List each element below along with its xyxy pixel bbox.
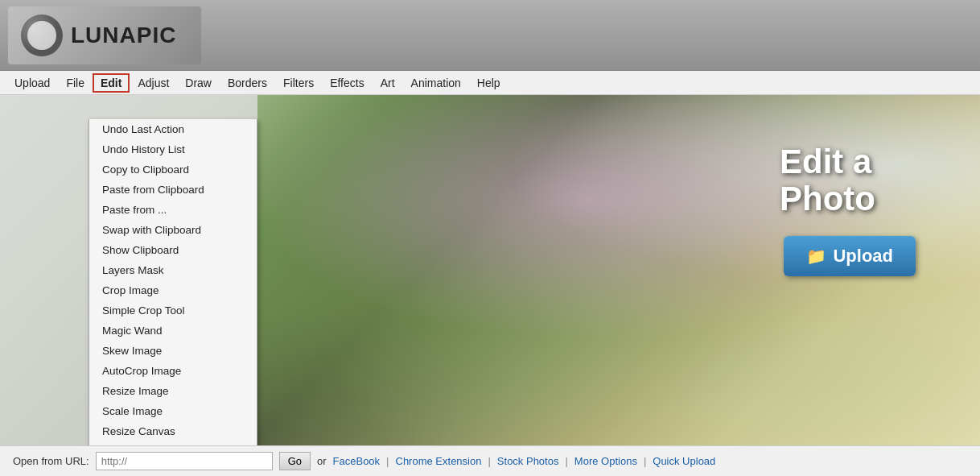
menu-item-resize-image[interactable]: Resize Image (89, 381, 257, 401)
menu-item-copy-to-clipboard[interactable]: Copy to Clipboard (89, 159, 257, 180)
menu-item-rotate-image[interactable]: Rotate Image (89, 441, 257, 445)
menu-item-show-clipboard[interactable]: Show Clipboard (89, 240, 257, 260)
nav-item-help[interactable]: Help (469, 73, 509, 93)
nav-item-draw[interactable]: Draw (177, 73, 220, 93)
separator: | (386, 455, 389, 467)
edit-photo-text: Edit a Photo (780, 143, 875, 217)
edit-dropdown-menu: Undo Last ActionUndo History ListCopy to… (89, 119, 257, 445)
bottom-bar: Open from URL: Go or FaceBook|Chrome Ext… (0, 445, 980, 476)
separator: | (644, 455, 646, 467)
bottom-link-more-options[interactable]: More Options (574, 455, 637, 467)
url-input[interactable] (96, 452, 273, 470)
menu-item-undo-last-action[interactable]: Undo Last Action (89, 119, 257, 139)
menu-item-skew-image[interactable]: Skew Image (89, 341, 257, 361)
nav-item-filters[interactable]: Filters (275, 73, 322, 93)
nav-item-file[interactable]: File (58, 73, 93, 93)
menu-item-scale-image[interactable]: Scale Image (89, 401, 257, 421)
main-area: Edit a Photo 📁 Upload Undo Last ActionUn… (0, 95, 980, 445)
menu-item-simple-crop-tool[interactable]: Simple Crop Tool (89, 300, 257, 321)
header: LUNAPIC (0, 0, 980, 71)
nav-item-animation[interactable]: Animation (403, 73, 469, 93)
menu-item-resize-canvas[interactable]: Resize Canvas (89, 421, 257, 441)
menu-item-layers-mask[interactable]: Layers Mask (89, 260, 257, 280)
bottom-link-stock-photos[interactable]: Stock Photos (497, 455, 559, 467)
menu-item-paste-from-[interactable]: Paste from ... (89, 200, 257, 220)
separator: | (565, 455, 567, 467)
menu-item-paste-from-clipboard[interactable]: Paste from Clipboard (89, 180, 257, 200)
nav-item-effects[interactable]: Effects (322, 73, 373, 93)
upload-button[interactable]: 📁 Upload (784, 236, 916, 276)
logo-text: LUNAPIC (71, 23, 176, 48)
or-text: or (317, 455, 327, 467)
nav-item-upload[interactable]: Upload (6, 73, 58, 93)
open-url-label: Open from URL: (13, 455, 89, 467)
menu-item-crop-image[interactable]: Crop Image (89, 280, 257, 300)
menu-item-magic-wand[interactable]: Magic Wand (89, 321, 257, 341)
nav-item-edit[interactable]: Edit (93, 73, 130, 93)
menu-item-autocrop-image[interactable]: AutoCrop Image (89, 361, 257, 381)
menu-item-undo-history-list[interactable]: Undo History List (89, 139, 257, 159)
logo-icon (21, 14, 63, 56)
bottom-link-quick-upload[interactable]: Quick Upload (653, 455, 715, 467)
upload-folder-icon: 📁 (806, 246, 826, 266)
edit-line1: Edit a (780, 143, 875, 180)
separator: | (488, 455, 490, 467)
nav-item-art[interactable]: Art (373, 73, 403, 93)
logo-area: LUNAPIC (8, 6, 201, 64)
menu-item-swap-with-clipboard[interactable]: Swap with Clipboard (89, 220, 257, 240)
go-button[interactable]: Go (279, 452, 311, 470)
navbar: UploadFileEditAdjustDrawBordersFiltersEf… (0, 71, 980, 95)
nav-item-adjust[interactable]: Adjust (130, 73, 177, 93)
bottom-link-chrome-extension[interactable]: Chrome Extension (396, 455, 482, 467)
upload-label: Upload (833, 246, 893, 267)
bottom-link-facebook[interactable]: FaceBook (333, 455, 381, 467)
edit-line2: Photo (780, 180, 875, 217)
nav-item-borders[interactable]: Borders (220, 73, 275, 93)
